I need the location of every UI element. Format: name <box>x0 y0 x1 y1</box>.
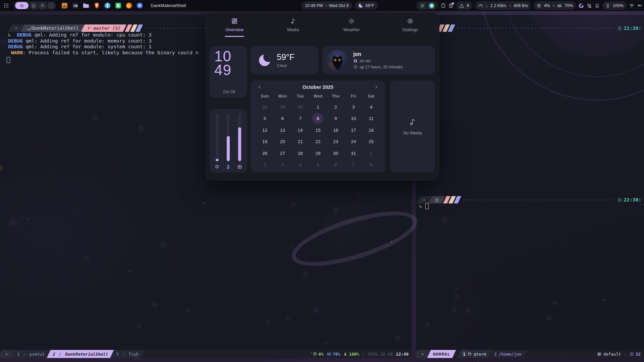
calendar-day[interactable]: 5 <box>309 159 327 171</box>
weather-card[interactable]: 59°F Clear <box>251 46 318 74</box>
calendar-day[interactable]: 7 <box>344 159 362 171</box>
calendar-day[interactable]: 4 <box>291 159 309 171</box>
workspace-braces[interactable]: {} <box>30 2 37 9</box>
calendar-day[interactable]: 7 <box>291 113 309 125</box>
calendar-day[interactable]: 28 <box>256 101 274 113</box>
calendar-day[interactable]: 15 <box>309 124 327 136</box>
app-launcher-icon[interactable] <box>3 3 9 8</box>
net-upload-value: 406 B/s <box>514 3 528 8</box>
dock-browser-icon[interactable] <box>104 2 111 9</box>
calendar-day[interactable]: 6 <box>327 159 344 171</box>
calendar-day[interactable]: 14 <box>291 124 309 136</box>
calendar-prev-button[interactable] <box>256 85 263 89</box>
usage-donut-icon[interactable] <box>579 3 584 8</box>
tab-settings[interactable]: Settings <box>381 12 440 37</box>
tray-plant-app-icon[interactable] <box>419 2 426 9</box>
weather-widget[interactable]: 59°F <box>355 1 378 10</box>
calendar-day[interactable]: 22 <box>309 136 327 148</box>
calendar-day[interactable]: 27 <box>274 147 291 159</box>
calendar-day[interactable]: 29 <box>309 147 327 159</box>
calendar-day[interactable]: 28 <box>291 147 309 159</box>
volume-muted-icon[interactable] <box>637 3 642 8</box>
calendar-day[interactable]: 19 <box>256 136 274 148</box>
dock-firefox-icon[interactable] <box>125 2 133 9</box>
tab-overview[interactable]: Overview <box>205 12 264 37</box>
tab-weather[interactable]: Weather <box>322 12 381 37</box>
calendar-day[interactable]: 2 <box>256 159 274 171</box>
calendar-day[interactable]: 12 <box>256 124 274 136</box>
do-not-disturb-icon[interactable] <box>587 3 592 8</box>
user-card: jon on niri up 17 hours, 33 minutes <box>322 46 435 74</box>
prompt-stripe <box>444 24 448 32</box>
calendar-day[interactable]: 26 <box>256 147 274 159</box>
terminal-tab-qterm[interactable]: 1qterm <box>459 350 490 358</box>
prompt-stripe <box>132 24 136 32</box>
calendar-day[interactable]: 20 <box>274 136 291 148</box>
resource-widget[interactable]: 4% 70% <box>534 1 576 10</box>
top-bar: {} $W DankMaterialShell 10:49 PM Wed Oct… <box>0 0 644 11</box>
calendar-next-button[interactable] <box>373 85 380 89</box>
calendar-day[interactable]: 24 <box>344 136 362 148</box>
metric-memory[interactable] <box>237 114 242 169</box>
terminal-tab-pvetui[interactable]: 1/pvetui <box>13 350 49 358</box>
calendar-day[interactable]: 10 <box>344 113 362 125</box>
tab-media[interactable]: Media <box>264 12 323 37</box>
calendar-day[interactable]: 2 <box>327 101 344 113</box>
metric-temperature[interactable] <box>226 114 231 169</box>
calendar-day[interactable]: 5 <box>256 113 274 125</box>
clock-icon <box>630 352 634 356</box>
dock-files-icon[interactable] <box>82 2 90 9</box>
clipboard-notification[interactable] <box>448 3 453 8</box>
calendar-day[interactable]: 1 <box>309 101 327 113</box>
clock-widget[interactable]: 10:49 PM Wed Oct 8 <box>301 1 352 10</box>
calendar-day[interactable]: 18 <box>362 124 380 136</box>
calendar-day[interactable]: 29 <box>274 101 291 113</box>
dock-terminal-icon[interactable] <box>61 2 68 9</box>
calendar-day[interactable]: 21 <box>291 136 309 148</box>
calendar-day[interactable]: 13 <box>274 124 291 136</box>
workspace-star[interactable] <box>39 2 46 9</box>
terminal-tab-DankMaterialShell[interactable]: 2/DankMaterialShell <box>49 350 112 358</box>
calendar-day[interactable]: 25 <box>362 136 380 148</box>
updates-indicator[interactable]: 6 <box>456 1 472 10</box>
calendar-day[interactable]: 31 <box>344 147 362 159</box>
calendar-day[interactable]: 11 <box>362 113 380 125</box>
calendar-day[interactable]: 16 <box>327 124 344 136</box>
statusbar-caret-segment[interactable] <box>0 350 13 358</box>
calendar-day[interactable]: 8 <box>362 159 380 171</box>
dock-brave-icon[interactable] <box>93 2 101 9</box>
dock-wallet-icon[interactable]: $W <box>71 2 79 9</box>
battery-widget[interactable]: 100% <box>602 1 627 10</box>
calendar-day[interactable]: 23 <box>327 136 344 148</box>
calendar-day[interactable]: 30 <box>291 101 309 113</box>
dock-code-icon[interactable] <box>114 2 122 9</box>
statusbar-caret-segment[interactable] <box>416 350 429 358</box>
calendar-day[interactable]: 1 <box>362 147 380 159</box>
metric-cpu[interactable] <box>215 114 219 169</box>
calendar-day[interactable]: 9 <box>327 113 344 125</box>
wifi-icon[interactable] <box>629 3 634 8</box>
terminal-tab-fish[interactable]: 3/fish <box>112 350 143 358</box>
calendar-day[interactable]: 17 <box>344 124 362 136</box>
workspace-empty[interactable] <box>48 2 55 9</box>
niri-logo-icon <box>353 59 358 63</box>
clipboard-icon[interactable] <box>441 3 446 8</box>
network-speed-widget[interactable]: ↓ 1.2 KB/s ↑ 406 B/s <box>475 1 531 10</box>
calendar-day[interactable]: 6 <box>274 113 291 125</box>
workspace-home[interactable] <box>15 2 29 9</box>
calendar-day[interactable]: 30 <box>327 147 344 159</box>
session-label: on niri <box>360 59 371 63</box>
calendar-day[interactable]: 4 <box>362 101 380 113</box>
memory-value: 70% <box>333 352 340 357</box>
dock-messenger-icon[interactable] <box>136 2 144 9</box>
terminal-window-right[interactable]: 22:38: 22:38: ↳ NORMAL 1qterm2/home/jon <box>416 15 644 358</box>
avatar[interactable] <box>327 50 348 71</box>
moon-icon <box>359 3 363 8</box>
calendar-day[interactable]: 3 <box>344 101 362 113</box>
terminal-tab-homejon[interactable]: 2/home/jon <box>490 350 525 358</box>
notifications-bell-icon[interactable] <box>595 3 600 8</box>
calendar-day[interactable]: 3 <box>274 159 291 171</box>
updates-count: 6 <box>467 3 469 8</box>
calendar-day[interactable]: 8 <box>309 113 327 125</box>
tray-orb-app-icon[interactable] <box>428 2 435 9</box>
